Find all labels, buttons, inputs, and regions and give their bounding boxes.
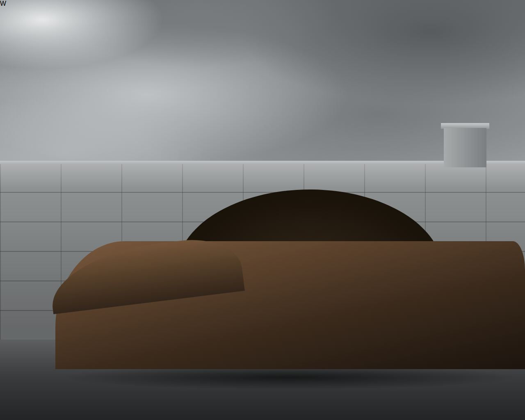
car-emblem-badge: W: [0, 0, 525, 7]
desktop-wallpaper: W: [0, 0, 525, 420]
wallpaper-car: W: [0, 0, 525, 420]
